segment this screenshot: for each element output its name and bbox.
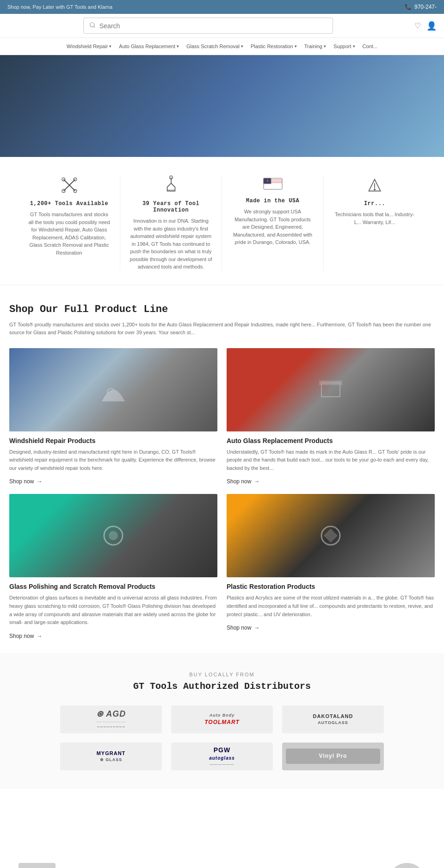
distributor-vinyl[interactable]: Vinyl Pro xyxy=(282,743,384,770)
distributor-dakota[interactable]: DAKOTALAND AUTOGLASS xyxy=(282,706,384,733)
hero-banner xyxy=(0,55,444,157)
arrow-icon-glass-polishing: → xyxy=(37,633,42,639)
feature-usa-desc: We strongly support USA Manufacturing. G… xyxy=(231,208,314,246)
feature-tools-title: 1,200+ Tools Available xyxy=(28,200,111,207)
nav-item-contact[interactable]: Cont... xyxy=(359,42,381,51)
shop-now-label-windshield: Shop now xyxy=(9,478,34,485)
chevron-support: ▾ xyxy=(353,44,355,49)
nav-label-contact: Cont... xyxy=(363,44,377,49)
feature-irr-title: Irr... xyxy=(333,200,416,207)
shop-subtitle: GT Tools® proudly manufactures and stock… xyxy=(9,321,435,337)
distributor-agd[interactable]: ⊛ AGD ~~~~~~~~~ xyxy=(60,706,162,733)
product-image-autoglass xyxy=(227,348,435,431)
shop-title: Shop Our Full Product Line xyxy=(9,304,435,315)
product-grid: Windshield Repair Products Designed, ind… xyxy=(9,348,435,639)
nav-label-windshield: Windshield Repair xyxy=(67,44,108,49)
nav-item-glass-scratch[interactable]: Glass Scratch Removal ▾ xyxy=(183,42,247,51)
distributors-label: BUY LOCALLY FROM xyxy=(9,672,435,677)
chevron-autoglass: ▾ xyxy=(177,44,179,49)
shop-now-label-autoglass: Shop now xyxy=(227,478,251,485)
footer-circle-decoration xyxy=(388,863,426,868)
header: ♡ 👤 xyxy=(0,14,444,38)
product-title-windshield: Windshield Repair Products xyxy=(9,437,217,444)
search-input[interactable] xyxy=(99,22,327,30)
feature-irr: Irr... Technicians tools that la... Indu… xyxy=(324,175,426,271)
top-banner-right: 📞 970-247- xyxy=(405,4,437,10)
search-bar[interactable] xyxy=(83,18,333,34)
feature-tools: 1,200+ Tools Available GT Tools manufact… xyxy=(18,175,120,271)
footer-area xyxy=(0,789,444,868)
tools-icon xyxy=(28,175,111,195)
navigation: Windshield Repair ▾ Auto Glass Replaceme… xyxy=(0,38,444,55)
product-desc-windshield: Designed, industry-tested and manufactur… xyxy=(9,448,217,473)
pgw-logo: PGW autoglass —————— xyxy=(209,746,235,767)
product-image-plastic xyxy=(227,494,435,577)
distributors-title: GT Tools Authorized Distributors xyxy=(9,681,435,692)
nav-item-windshield[interactable]: Windshield Repair ▾ xyxy=(63,42,115,51)
nav-label-glass-scratch: Glass Scratch Removal xyxy=(186,44,240,49)
feature-tools-desc: GT Tools manufactures and stocks all the… xyxy=(28,211,111,256)
wishlist-icon[interactable]: ♡ xyxy=(414,21,421,30)
feature-usa: ★ Made in the USA We strongly support US… xyxy=(222,175,324,271)
distributor-mygrant[interactable]: MYGRANT ⊗ GLASS xyxy=(60,743,162,770)
top-banner: Shop now, Pay Later with GT Tools and Kl… xyxy=(0,0,444,14)
product-card-autoglass[interactable]: Auto Glass Replacement Products Understa… xyxy=(227,348,435,485)
shop-now-label-glass-polishing: Shop now xyxy=(9,633,34,639)
product-desc-autoglass: Understatedly, GT Tools® has made its ma… xyxy=(227,448,435,473)
svg-point-21 xyxy=(109,531,118,540)
footer-square-decoration xyxy=(18,863,56,868)
nav-label-autoglass: Auto Glass Replacement xyxy=(119,44,175,49)
mygrant-logo: MYGRANT ⊗ GLASS xyxy=(97,750,126,763)
nav-item-training[interactable]: Training ▾ xyxy=(301,42,330,51)
chevron-windshield: ▾ xyxy=(109,44,111,49)
shop-section: Shop Our Full Product Line GT Tools® pro… xyxy=(0,285,444,653)
distributors-grid: ⊛ AGD ~~~~~~~~~ Auto Body TOOLMART DAKOT… xyxy=(60,706,384,770)
user-icon[interactable]: 👤 xyxy=(426,21,437,31)
nav-label-training: Training xyxy=(304,44,322,49)
product-card-windshield[interactable]: Windshield Repair Products Designed, ind… xyxy=(9,348,217,485)
product-desc-plastic: Plastics and Acrylics are some of the mo… xyxy=(227,594,435,618)
feature-irr-desc: Technicians tools that la... Industry-L.… xyxy=(333,211,416,226)
product-image-windshield xyxy=(9,348,217,431)
phone-number: 970-247- xyxy=(414,4,437,10)
toolmart-logo: Auto Body TOOLMART xyxy=(204,712,240,726)
arrow-icon-plastic: → xyxy=(254,624,259,631)
product-title-glass-polishing: Glass Polishing and Scratch Removal Prod… xyxy=(9,583,217,590)
header-icons: ♡ 👤 xyxy=(414,21,437,31)
features-section: 1,200+ Tools Available GT Tools manufact… xyxy=(0,157,444,285)
shop-now-windshield[interactable]: Shop now → xyxy=(9,478,42,485)
product-card-plastic[interactable]: Plastic Restoration Products Plastics an… xyxy=(227,494,435,639)
nav-item-plastic[interactable]: Plastic Restoration ▾ xyxy=(247,42,301,51)
product-title-plastic: Plastic Restoration Products xyxy=(227,583,435,590)
innovation-icon xyxy=(130,175,212,195)
phone-icon: 📞 xyxy=(405,4,412,10)
shop-now-autoglass[interactable]: Shop now → xyxy=(227,478,259,485)
nav-label-support: Support xyxy=(333,44,352,49)
feature-innovation-desc: Innovation is in our DNA. Starting with … xyxy=(130,217,212,271)
product-title-autoglass: Auto Glass Replacement Products xyxy=(227,437,435,444)
product-card-glass-polishing[interactable]: Glass Polishing and Scratch Removal Prod… xyxy=(9,494,217,639)
svg-point-16 xyxy=(374,189,376,190)
distributor-pgw[interactable]: PGW autoglass —————— xyxy=(171,743,273,770)
distributor-toolmart[interactable]: Auto Body TOOLMART xyxy=(171,706,273,733)
irr-icon xyxy=(333,175,416,195)
usa-icon: ★ xyxy=(231,175,314,192)
product-desc-glass-polishing: Deterioration of glass surfaces is inevi… xyxy=(9,594,217,626)
shop-now-glass-polishing[interactable]: Shop now → xyxy=(9,633,42,639)
dakota-logo: DAKOTALAND AUTOGLASS xyxy=(313,713,353,726)
vinyl-logo: Vinyl Pro xyxy=(286,749,380,764)
agd-logo: ⊛ AGD ~~~~~~~~~ xyxy=(96,709,126,730)
nav-label-plastic: Plastic Restoration xyxy=(251,44,293,49)
top-banner-left: Shop now, Pay Later with GT Tools and Kl… xyxy=(7,4,112,10)
svg-rect-19 xyxy=(319,381,342,385)
shop-now-plastic[interactable]: Shop now → xyxy=(227,624,259,631)
chevron-glass-scratch: ▾ xyxy=(241,44,243,49)
chevron-training: ▾ xyxy=(324,44,326,49)
nav-item-autoglass[interactable]: Auto Glass Replacement ▾ xyxy=(115,42,183,51)
distributors-section: BUY LOCALLY FROM GT Tools Authorized Dis… xyxy=(0,653,444,789)
arrow-icon-windshield: → xyxy=(37,478,42,485)
nav-item-support[interactable]: Support ▾ xyxy=(330,42,359,51)
feature-innovation: 39 Years of Tool Innovation Innovation i… xyxy=(120,175,222,271)
chevron-plastic: ▾ xyxy=(295,44,297,49)
feature-usa-title: Made in the USA xyxy=(231,198,314,204)
